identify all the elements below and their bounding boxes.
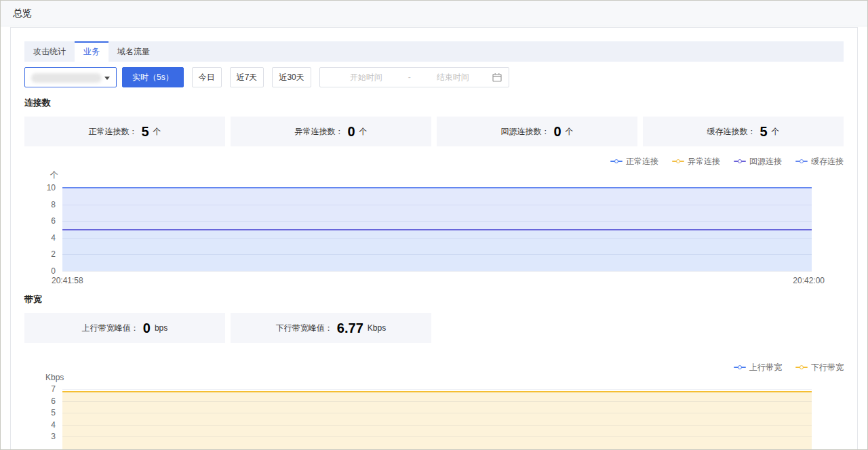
tab-attack-stats[interactable]: 攻击统计 (24, 41, 75, 62)
filter-row: 实时（5s） 今日 近7天 近30天 开始时间 - 结束时间 (24, 67, 844, 87)
realtime-button[interactable]: 实时（5s） (122, 67, 184, 87)
connections-chart: 1086420 (24, 188, 844, 271)
stat-label: 异常连接数： (294, 126, 343, 138)
abnormal-connections-card: 异常连接数： 0 个 (231, 117, 431, 146)
connections-stats-row: 正常连接数： 5 个 异常连接数： 0 个 回源连接数： 0 个 缓存连接数： … (24, 117, 844, 146)
y-tick-label: 0 (51, 266, 56, 276)
bandwidth-stats-row: 上行带宽峰值： 0 bps 下行带宽峰值： 6.77 Kbps (24, 313, 844, 343)
stat-value: 5 (760, 124, 767, 140)
legend-label: 回源连接 (749, 156, 782, 167)
stat-unit: 个 (772, 126, 780, 138)
y-tick-label: 4 (51, 420, 56, 430)
bandwidth-chart-plot[interactable] (62, 389, 812, 450)
end-time-input[interactable]: 结束时间 (414, 72, 492, 83)
stat-label: 缓存连接数： (707, 126, 755, 138)
last30days-button[interactable]: 近30天 (272, 67, 311, 87)
y-axis-ticks: 1086420 (24, 188, 62, 271)
connections-chart-y-unit: 个 (50, 169, 844, 181)
stat-label: 上行带宽峰值： (82, 323, 139, 334)
downstream-peak-card: 下行带宽峰值： 6.77 Kbps (231, 313, 431, 343)
legend-marker (734, 367, 746, 368)
upstream-peak-card: 上行带宽峰值： 0 bps (24, 313, 225, 343)
y-tick-label: 6 (51, 396, 56, 406)
tab-business[interactable]: 业务 (75, 41, 108, 62)
origin-connections-card: 回源连接数： 0 个 (437, 117, 637, 146)
legend-label: 下行带宽 (811, 362, 844, 373)
stat-unit: 个 (359, 126, 368, 138)
stat-unit: Kbps (368, 323, 386, 333)
legend-marker (734, 161, 746, 162)
page-header: 总览 (1, 1, 867, 26)
tab-strip: 攻击统计 业务 域名流量 (24, 41, 844, 62)
legend-label: 正常连接 (626, 156, 658, 167)
domain-select[interactable] (24, 67, 117, 87)
content-card: 攻击统计 业务 域名流量 实时（5s） 今日 近7天 近30天 开始时间 - 结… (10, 27, 858, 450)
legend-marker (795, 161, 808, 162)
connections-chart-plot[interactable] (62, 188, 812, 271)
legend-item-cache[interactable]: 缓存连接 (795, 156, 844, 167)
stat-value: 0 (347, 124, 355, 140)
stat-label: 正常连接数： (88, 126, 137, 138)
y-tick-label: 8 (51, 200, 56, 209)
legend-label: 异常连接 (688, 156, 720, 167)
connections-chart-x-axis: 20:41:58 20:42:00 (52, 276, 825, 285)
y-axis-ticks: 76543 (24, 389, 62, 450)
cache-connections-card: 缓存连接数： 5 个 (643, 117, 844, 146)
bandwidth-section-title: 带宽 (24, 293, 844, 306)
stat-unit: bps (155, 323, 167, 333)
x-axis-label-start: 20:41:58 (52, 276, 83, 285)
legend-marker (672, 161, 684, 162)
y-tick-label: 4 (51, 233, 56, 243)
connections-chart-legend: 正常连接 异常连接 回源连接 缓存连接 (24, 156, 844, 167)
connections-section-title: 连接数 (24, 97, 844, 109)
redacted-selected-value (31, 73, 102, 83)
legend-item-downstream[interactable]: 下行带宽 (795, 362, 844, 373)
x-axis-label-end: 20:42:00 (793, 276, 825, 285)
stat-value: 0 (553, 124, 561, 140)
stat-value: 0 (143, 321, 151, 336)
y-tick-label: 5 (51, 408, 56, 417)
calendar-icon[interactable] (492, 73, 502, 82)
legend-label: 缓存连接 (811, 156, 844, 167)
y-tick-label: 6 (51, 216, 56, 226)
legend-item-origin[interactable]: 回源连接 (734, 156, 782, 167)
y-tick-label: 7 (51, 384, 56, 394)
date-separator: - (406, 73, 414, 82)
normal-connections-card: 正常连接数： 5 个 (24, 117, 225, 146)
tab-domain-traffic[interactable]: 域名流量 (108, 41, 159, 62)
stat-unit: 个 (153, 126, 161, 138)
stat-label: 回源连接数： (500, 126, 549, 138)
caret-down-icon (104, 77, 110, 80)
y-tick-label: 10 (47, 183, 56, 192)
page-title: 总览 (13, 7, 32, 20)
bandwidth-chart: 76543 (24, 389, 844, 450)
legend-item-normal[interactable]: 正常连接 (610, 156, 658, 167)
today-button[interactable]: 今日 (192, 67, 222, 87)
bandwidth-chart-legend: 上行带宽 下行带宽 (24, 362, 844, 373)
legend-marker (795, 367, 808, 368)
bandwidth-chart-y-unit: Kbps (45, 373, 844, 382)
legend-item-abnormal[interactable]: 异常连接 (672, 156, 720, 167)
date-range-picker[interactable]: 开始时间 - 结束时间 (319, 67, 509, 87)
stat-value: 6.77 (337, 321, 363, 336)
start-time-input[interactable]: 开始时间 (327, 72, 406, 83)
legend-item-upstream[interactable]: 上行带宽 (734, 362, 782, 373)
stat-value: 5 (141, 124, 149, 140)
legend-marker (610, 161, 623, 162)
y-tick-label: 2 (51, 249, 56, 259)
stat-label: 下行带宽峰值： (276, 323, 333, 334)
legend-label: 上行带宽 (749, 362, 782, 373)
last7days-button[interactable]: 近7天 (230, 67, 264, 87)
y-tick-label: 3 (51, 432, 56, 441)
stat-unit: 个 (566, 126, 574, 138)
